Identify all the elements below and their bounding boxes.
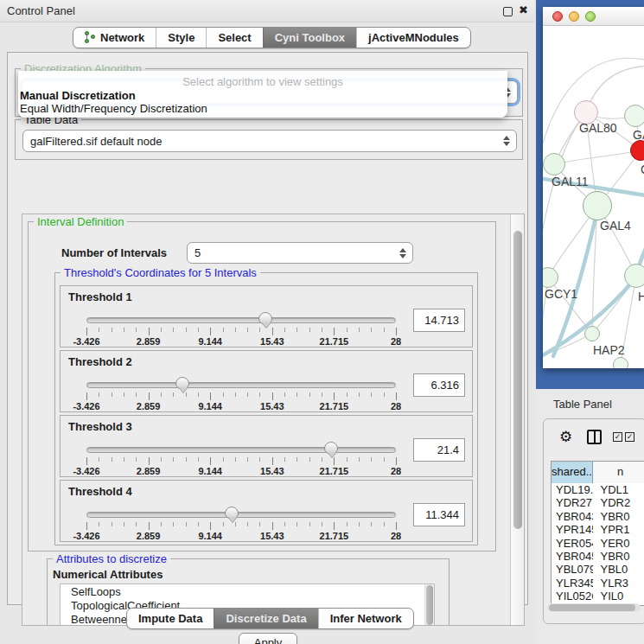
node-label: HAP2 bbox=[593, 343, 625, 357]
network-canvas[interactable]: GAL80GACGAL11GAL4GCY1HHAP2 bbox=[543, 26, 644, 368]
threshold-slider[interactable]: -3.4262.8599.14415.4321.71528 bbox=[86, 507, 396, 541]
slider-major-tick bbox=[149, 457, 150, 465]
cell-shared-name[interactable]: YBL079W bbox=[552, 563, 593, 576]
threshold-value-field[interactable]: 14.713 bbox=[413, 309, 465, 332]
node-label: GA bbox=[633, 128, 644, 142]
slider-track[interactable] bbox=[86, 512, 396, 518]
cell-name[interactable]: YLR3 bbox=[593, 577, 644, 590]
cell-name[interactable]: YBR0 bbox=[593, 550, 644, 563]
close-traffic-light[interactable] bbox=[552, 11, 563, 22]
table-row[interactable]: YDR27...YDR2 bbox=[552, 496, 644, 509]
slider-track[interactable] bbox=[86, 447, 396, 453]
tab-style[interactable]: Style bbox=[156, 28, 206, 48]
slider-thumb[interactable] bbox=[175, 377, 189, 389]
slider-track[interactable] bbox=[86, 317, 396, 323]
settings-scrollbar[interactable] bbox=[510, 214, 524, 625]
table-row[interactable]: YBL079WYBL0 bbox=[552, 563, 644, 576]
cell-shared-name[interactable]: YDL19... bbox=[552, 483, 593, 496]
thresholds-group: Threshold's Coordinates for 5 Intervals … bbox=[54, 272, 478, 545]
network-node[interactable] bbox=[613, 357, 628, 368]
threshold-slider[interactable]: -3.4262.8599.14415.4321.71528 bbox=[86, 442, 396, 476]
tick-label: 9.144 bbox=[198, 401, 222, 411]
tab-impute-data[interactable]: Impute Data bbox=[127, 609, 214, 628]
cell-name[interactable]: YDR2 bbox=[593, 496, 644, 509]
threshold-slider[interactable]: -3.4262.8599.14415.4321.71528 bbox=[86, 377, 396, 411]
slider-major-tick bbox=[210, 328, 211, 335]
tick-label: 21.715 bbox=[320, 401, 349, 411]
table-row[interactable]: YDL19...YDL1 bbox=[552, 483, 644, 496]
threshold-label: Threshold 4 bbox=[68, 485, 132, 498]
checkbox-icon[interactable]: ✓ bbox=[613, 432, 622, 442]
cell-shared-name[interactable]: YPR145W bbox=[552, 523, 593, 536]
tab-discretize-data[interactable]: Discretize Data bbox=[214, 609, 317, 628]
slider-major-tick bbox=[86, 457, 87, 465]
tick-label: 28 bbox=[391, 531, 401, 541]
cell-name[interactable]: YBR0 bbox=[593, 510, 644, 523]
table-row[interactable]: YPR145WYPR1 bbox=[552, 523, 644, 536]
tab-cyni-toolbox[interactable]: Cyni Toolbox bbox=[263, 28, 356, 48]
network-node[interactable] bbox=[584, 326, 600, 341]
number-of-intervals-combobox[interactable]: 5 bbox=[187, 242, 413, 264]
network-node[interactable] bbox=[624, 105, 644, 127]
network-node[interactable] bbox=[583, 191, 612, 220]
slider-tick-labels: -3.4262.8599.14415.4321.71528 bbox=[86, 401, 396, 411]
slider-tick-labels: -3.4262.8599.14415.4321.71528 bbox=[86, 336, 396, 347]
table-horizontal-scrollbar[interactable] bbox=[547, 603, 641, 612]
slider-thumb[interactable] bbox=[258, 312, 272, 324]
tab-network[interactable]: Network bbox=[73, 28, 156, 48]
split-columns-icon[interactable] bbox=[587, 430, 602, 444]
gear-icon[interactable]: ⚙ bbox=[559, 428, 572, 445]
table-row[interactable]: YIL052CYIL0 bbox=[552, 590, 644, 603]
cell-shared-name[interactable]: YBR045C bbox=[552, 550, 593, 563]
cell-name[interactable]: YER0 bbox=[593, 537, 644, 550]
cell-name[interactable]: YDL1 bbox=[593, 483, 644, 496]
column-header-name[interactable]: n bbox=[593, 462, 644, 483]
cell-name[interactable]: YPR1 bbox=[593, 523, 644, 536]
cell-shared-name[interactable]: YIL052C bbox=[552, 590, 593, 603]
table-data-combobox[interactable]: galFiltered.sif default node bbox=[22, 130, 517, 152]
slider-track[interactable] bbox=[86, 382, 396, 388]
popup-item-manual-discretization[interactable]: Manual Discretization bbox=[20, 89, 506, 102]
threshold-value-field[interactable]: 21.4 bbox=[413, 438, 465, 462]
tick-label: 21.715 bbox=[320, 466, 349, 476]
threshold-value-field[interactable]: 6.316 bbox=[413, 373, 465, 397]
float-window-icon[interactable] bbox=[503, 7, 513, 16]
list-item[interactable]: SelfLoops bbox=[61, 584, 434, 598]
table-row[interactable]: YBR043CYBR0 bbox=[552, 510, 644, 523]
column-header-shared[interactable]: shared... bbox=[552, 462, 593, 483]
group-title: Threshold's Coordinates for 5 Intervals bbox=[61, 266, 260, 279]
cell-name[interactable]: YBL0 bbox=[593, 563, 644, 576]
slider-major-tick bbox=[210, 392, 211, 400]
cell-shared-name[interactable]: YLR345W bbox=[552, 577, 593, 590]
slider-major-tick bbox=[334, 522, 335, 530]
cell-name[interactable]: YIL0 bbox=[593, 590, 644, 603]
tab-jactivemnodules[interactable]: jActiveMNodules bbox=[356, 28, 470, 48]
tab-infer-network[interactable]: Infer Network bbox=[318, 609, 413, 628]
slider-major-tick bbox=[149, 392, 150, 400]
table-panel-header: Table Panel bbox=[536, 389, 644, 418]
checkbox-icon[interactable]: ✓ bbox=[625, 432, 634, 442]
close-icon[interactable]: ✖ bbox=[518, 5, 529, 16]
popup-item-equal-width-frequency[interactable]: Equal Width/Frequency Discretization bbox=[20, 102, 506, 115]
table-row[interactable]: YER054CYER0 bbox=[552, 537, 644, 550]
table-row[interactable]: YLR345WYLR3 bbox=[552, 577, 644, 590]
slider-minor-ticks bbox=[86, 457, 397, 462]
minimize-traffic-light[interactable] bbox=[569, 11, 579, 22]
cell-shared-name[interactable]: YDR27... bbox=[552, 496, 593, 509]
tab-select[interactable]: Select bbox=[206, 28, 262, 48]
threshold-value-field[interactable]: 11.344 bbox=[413, 503, 465, 526]
network-node[interactable] bbox=[543, 153, 565, 175]
tick-label: 2.859 bbox=[137, 466, 161, 476]
list-scrollbar[interactable] bbox=[424, 584, 434, 626]
network-node[interactable] bbox=[624, 264, 644, 288]
threshold-slider[interactable]: -3.4262.8599.14415.4321.71528 bbox=[86, 312, 396, 347]
apply-button[interactable]: Apply bbox=[239, 633, 297, 644]
tick-label: 15.43 bbox=[260, 466, 284, 476]
slider-thumb[interactable] bbox=[225, 507, 239, 519]
cell-shared-name[interactable]: YER054C bbox=[552, 537, 593, 550]
table-row[interactable]: YBR045CYBR0 bbox=[552, 550, 644, 563]
node-label: GAL4 bbox=[600, 219, 631, 233]
slider-thumb[interactable] bbox=[324, 442, 338, 454]
cell-shared-name[interactable]: YBR043C bbox=[552, 510, 593, 523]
zoom-traffic-light[interactable] bbox=[585, 11, 596, 22]
